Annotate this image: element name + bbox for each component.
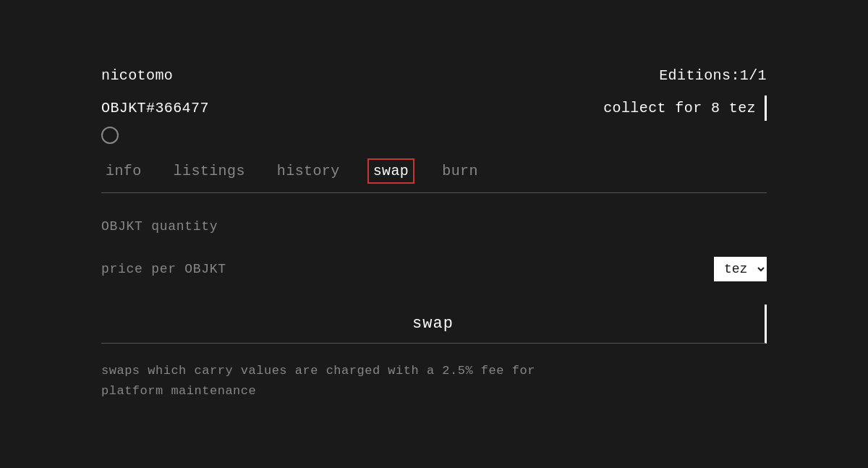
swap-button[interactable]: swap (101, 305, 767, 344)
tab-swap[interactable]: swap (367, 158, 415, 184)
price-label: price per OBJKT (101, 262, 226, 276)
fee-notice: swaps which carry values are charged wit… (101, 361, 767, 400)
tab-listings[interactable]: listings (169, 160, 250, 182)
swap-form: OBJKT quantity price per OBJKT tez usd s… (101, 219, 767, 400)
circle-icon (101, 127, 119, 144)
currency-select[interactable]: tez usd (714, 257, 767, 281)
editions-label: Editions:1/1 (659, 67, 767, 84)
price-row: price per OBJKT tez usd (101, 257, 767, 281)
tab-history[interactable]: history (273, 160, 344, 182)
quantity-row: OBJKT quantity (101, 219, 767, 234)
tabs-row: info listings history swap burn (101, 158, 767, 193)
main-container: nicotomo Editions:1/1 OBJKT#366477 colle… (101, 38, 767, 429)
tab-burn[interactable]: burn (438, 160, 482, 182)
collect-button[interactable]: collect for 8 tez (603, 95, 767, 121)
quantity-label: OBJKT quantity (101, 219, 218, 234)
artist-name: nicotomo (101, 67, 173, 84)
objkt-row: OBJKT#366477 collect for 8 tez (101, 95, 767, 121)
tab-info[interactable]: info (101, 160, 146, 182)
objkt-id: OBJKT#366477 (101, 100, 209, 116)
swap-button-row: swap (101, 305, 767, 344)
header-row: nicotomo Editions:1/1 (101, 67, 767, 84)
